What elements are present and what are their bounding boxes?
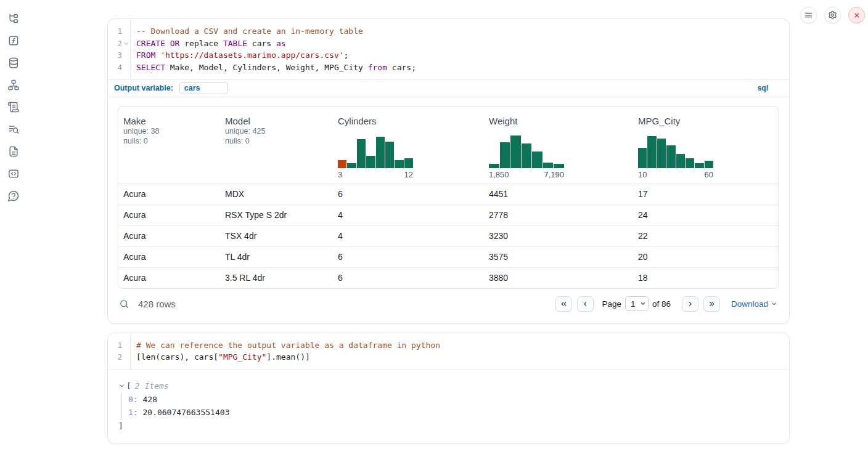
table-row[interactable]: AcuraTSX 4dr4323022: [118, 225, 778, 246]
axis-label: 12: [404, 170, 413, 179]
tree-entry-key: 1:: [128, 408, 138, 417]
table-row[interactable]: AcuraRSX Type S 2dr4277824: [118, 204, 778, 225]
code-token: [165, 39, 170, 48]
sidebar-item-outline[interactable]: [5, 101, 22, 113]
collapse-toggle-button[interactable]: [118, 382, 125, 389]
histogram-bar: [532, 152, 542, 168]
line-number-gutter: 1234: [108, 19, 131, 79]
code-token: cars;: [387, 63, 416, 72]
column-name: Weight: [489, 116, 628, 126]
hamburger-icon: [804, 10, 813, 20]
table-cell: 18: [633, 268, 778, 288]
code-token: ;: [344, 51, 349, 60]
search-icon: [119, 299, 129, 309]
notebook-actions: [800, 7, 865, 23]
table-cell: 24: [633, 205, 778, 225]
column-stat: nulls: 0: [225, 136, 328, 146]
table-row[interactable]: Acura3.5 RL 4dr6388018: [118, 267, 778, 288]
column-name: Model: [225, 116, 328, 126]
table-cell: 4451: [484, 184, 633, 204]
data-table: Makeunique: 38nulls: 0Modelunique: 425nu…: [118, 106, 779, 289]
fold-toggle-icon[interactable]: [123, 41, 129, 47]
code-token: -- Download a CSV and create an in-memor…: [136, 26, 363, 36]
page-select[interactable]: 1: [625, 296, 649, 311]
search-button[interactable]: [119, 299, 129, 309]
settings-button[interactable]: [824, 7, 841, 23]
previous-page-button[interactable]: [577, 296, 594, 312]
sidebar-item-data-sources[interactable]: [5, 57, 22, 69]
table-cell: Acura: [118, 247, 220, 267]
sidebar-item-logs[interactable]: [5, 123, 22, 136]
row-count: 428 rows: [138, 299, 176, 309]
column-header-Model[interactable]: Modelunique: 425nulls: 0: [220, 107, 333, 184]
next-page-button[interactable]: [682, 296, 698, 312]
shutdown-button[interactable]: [848, 7, 865, 23]
file-tree-icon: [7, 12, 20, 25]
pagination: Page 1 of 86: [555, 296, 777, 312]
sidebar-item-file-explorer[interactable]: [5, 12, 22, 25]
output-variable-input[interactable]: [179, 82, 228, 94]
sql-code-editor[interactable]: 1234 -- Download a CSV and create an in-…: [108, 19, 789, 79]
tree-entry: 0: 428: [128, 393, 779, 407]
tree-entry: 1: 20.060747663551403: [128, 406, 779, 419]
histogram-bar: [695, 163, 703, 168]
menu-button[interactable]: [800, 7, 817, 23]
table-cell: 4: [333, 226, 484, 246]
sidebar-item-snippets[interactable]: [5, 168, 22, 180]
code-snippet-icon: [7, 168, 20, 180]
page-label: Page: [602, 299, 621, 309]
column-header-Weight[interactable]: Weight1,8507,190: [484, 107, 633, 184]
table-cell: 2778: [484, 205, 633, 225]
code-token: cars: [247, 39, 276, 48]
sql-cell-output: Makeunique: 38nulls: 0Modelunique: 425nu…: [108, 97, 789, 323]
column-stat: unique: 425: [225, 126, 328, 136]
column-header-Cylinders[interactable]: Cylinders312: [333, 107, 484, 184]
marimo-app: 1234 -- Download a CSV and create an in-…: [0, 0, 868, 449]
line-number: 2: [108, 351, 130, 363]
code-line[interactable]: [len(cars), cars["MPG_City"].mean()]: [136, 351, 783, 363]
column-header-MPG_City[interactable]: MPG_City1060: [633, 107, 778, 184]
line-number: 3: [108, 49, 130, 62]
code-line[interactable]: SELECT Make, Model, Cylinders, Weight, M…: [136, 62, 783, 74]
code-line[interactable]: -- Download a CSV and create an in-memor…: [136, 25, 783, 38]
column-header-Make[interactable]: Makeunique: 38nulls: 0: [118, 107, 220, 184]
download-button[interactable]: Download: [731, 299, 777, 309]
sidebar-item-documentation[interactable]: [5, 145, 22, 158]
python-code-editor[interactable]: 12 # We can reference the output variabl…: [108, 333, 789, 369]
close-bracket: ]: [118, 421, 123, 431]
table-row[interactable]: AcuraMDX6445117: [118, 184, 778, 204]
code-token: OR: [170, 39, 180, 48]
table-cell: 3880: [484, 268, 633, 288]
line-number: 4: [108, 62, 130, 74]
histogram-bar: [489, 164, 499, 168]
table-body: AcuraMDX6445117AcuraRSX Type S 2dr427782…: [118, 184, 778, 288]
line-number: 1: [108, 339, 130, 352]
chevron-left-icon: [581, 300, 589, 308]
python-cell: 12 # We can reference the output variabl…: [107, 333, 790, 444]
sidebar-item-help[interactable]: [5, 190, 22, 202]
database-icon: [7, 57, 20, 69]
histogram-bar: [357, 139, 366, 168]
table-row[interactable]: AcuraTL 4dr6357520: [118, 246, 778, 267]
tree-root-row: [ 2 Items: [118, 379, 779, 393]
last-page-button[interactable]: [703, 296, 720, 312]
code-line[interactable]: FROM 'https://datasets.marimo.app/cars.c…: [136, 49, 783, 62]
tree-close-row: ]: [118, 419, 779, 433]
scroll-icon: [7, 101, 20, 113]
column-name: MPG_City: [638, 116, 773, 126]
python-cell-output: [ 2 Items 0: 4281: 20.060747663551403 ]: [108, 369, 789, 443]
open-bracket: [: [126, 381, 131, 390]
code-line[interactable]: # We can reference the output variable a…: [136, 339, 783, 352]
chevron-down-icon: [771, 301, 777, 307]
histogram-bar: [395, 160, 403, 168]
table-cell: Acura: [118, 205, 220, 225]
table-cell: 3575: [484, 247, 633, 267]
code-lines: # We can reference the output variable a…: [131, 333, 789, 369]
download-label: Download: [731, 299, 768, 309]
table-cell: 6: [333, 184, 484, 204]
sidebar-item-dependency-graph[interactable]: [5, 79, 22, 91]
first-page-button[interactable]: [555, 296, 572, 312]
code-line[interactable]: CREATE OR replace TABLE cars as: [136, 38, 783, 50]
sidebar-item-variables[interactable]: [5, 34, 22, 47]
output-variable-label: Output variable:: [114, 84, 173, 92]
